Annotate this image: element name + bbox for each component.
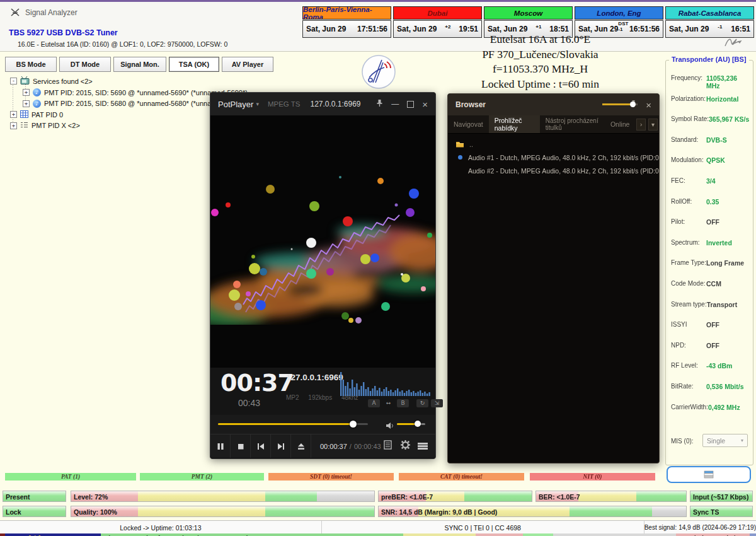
stack-button[interactable] [667,466,751,483]
volume-bar[interactable] [397,423,425,425]
pat-status-bar: PAT (1) [5,473,136,481]
field-value: Horizontal [706,95,738,103]
codec: MP2 [286,394,299,401]
expand-icon[interactable]: + [10,111,17,118]
chevron-down-icon[interactable]: ▾ [648,119,658,131]
fullscreen-button[interactable]: ⇲ [431,399,443,407]
clock-offset: +1 [536,24,541,30]
stop-button[interactable] [231,434,251,458]
strip-segment [523,533,553,536]
browser-tabs: Navigovat Prohlížeč nabídky Nástroj proc… [448,115,659,134]
field-label: RF Level: [671,362,706,369]
menu-hamburger-icon[interactable] [418,442,428,450]
browser-titlebar[interactable]: Browser × [448,94,659,115]
loop-button[interactable]: ↻ [416,399,428,407]
playlist-icon[interactable] [384,440,392,452]
time-total: 00:00:43 [354,443,381,450]
arrow-right-icon[interactable]: › [636,119,646,131]
clock-time: 17:51:56 [357,25,387,33]
clock-offset: +2 [445,24,450,30]
field-value: OFF [706,218,719,226]
time-current: 00:00:37 [320,443,347,450]
video-area[interactable] [210,115,435,368]
uptime-status: Locked -> Uptime: 01:03:13 [0,521,321,534]
field-value: Inverted [706,239,732,247]
collapse-icon[interactable]: - [10,78,17,84]
tab-tsa[interactable]: TSA (OK) [169,57,219,72]
expand-icon[interactable]: + [23,100,30,107]
volume-knob[interactable] [415,421,421,427]
transponder-title: Transponder (AU) [BS] [669,55,749,63]
sync-ts-bar: Sync TS [690,506,753,517]
field-value: 11053,236 MHz [706,74,752,90]
tab-dt-mode[interactable]: DT Mode [59,57,111,72]
transponder-panel: Transponder (AU) [BS] Frequency:11053,23… [665,60,753,465]
clock-offset: DST -1 [618,21,629,32]
pin-icon[interactable] [376,98,383,110]
expand-icon[interactable]: + [23,89,30,96]
strip-quality: Q: 100% [614,533,676,536]
speaker-icon [386,421,394,432]
field-label: Symbol Rate: [671,115,709,122]
tuner-name: TBS 5927 USB DVB-S2 Tuner [9,28,118,37]
annotation-line: Locked Uptime : t=60 min [435,77,646,92]
folder-icon [455,141,464,148]
potplayer-menu[interactable]: PotPlayer [218,100,253,109]
player-info-panel: 00:37 00:43 127.0.0.1:6969 MP2 192kbps 4… [210,368,435,415]
clock-time: 16:51 [731,25,750,33]
tree-item-label: PMT PID X <2> [32,122,80,129]
field-label: Code Mode: [671,280,706,287]
parent-dir-row[interactable]: .. [448,137,659,151]
tab-navigate[interactable]: Navigovat [448,115,489,133]
mis-value: Single [707,437,725,445]
ab-repeat-controls: A ↔ B ↻ ⇲ [368,399,443,407]
repeat-b-button[interactable]: B [397,399,409,407]
minimize-icon[interactable]: — [391,100,399,108]
tab-bs-mode[interactable]: BS Mode [5,57,57,72]
tab-subtitle-browser[interactable]: Nástroj procházení titulků [540,115,605,133]
tab-online[interactable]: Online [605,115,635,133]
tree-item-services[interactable]: - Services found <2> [10,76,413,86]
field-label: Spectrum: [671,239,706,246]
audio-track-label: Audio #1 - Dutch, MPEG Audio, 48.0 kHz, … [468,154,659,161]
expand-icon[interactable]: + [10,122,17,129]
browser-window: Browser × Navigovat Prohlížeč nabídky Ná… [447,93,660,463]
settings-gear-icon[interactable] [401,440,410,452]
close-icon[interactable]: × [422,99,428,110]
strip-bitrate: BitRate: ~517 Kbps for 517 Kbps? | Outpu… [101,533,403,536]
field-value: 0,536 Mbit/s [706,383,744,390]
elapsed-time: 00:37 [220,369,294,397]
annotation-line: Eutelsat 16A at 16.0°E [435,32,646,47]
slider-knob[interactable] [630,102,636,107]
opacity-slider[interactable] [602,103,638,105]
dxsatcs-logo: DXSATCS.COM [357,55,401,97]
chevron-down-icon: ▾ [256,101,259,107]
audio-track-row[interactable]: Audio #2 - Dutch, MPEG Audio, 48.0 kHz, … [448,164,659,177]
previous-button[interactable] [251,434,271,458]
tab-menu-browser[interactable]: Prohlížeč nabídky [489,115,540,133]
strip-segment [476,533,523,536]
seek-bar[interactable] [218,423,368,425]
audio-track-row[interactable]: Audio #1 - Dutch, MPEG Audio, 48.0 kHz, … [448,151,659,164]
tab-av-player[interactable]: AV Player [222,57,273,72]
mis-dropdown[interactable]: Single ▾ [702,434,748,447]
repeat-a-button[interactable]: A [368,399,380,407]
audio-service-icon: ♪ [33,88,41,96]
field-value: -43 dBm [706,362,732,370]
pause-button[interactable] [210,434,231,458]
seek-knob[interactable] [350,421,357,428]
tab-signal-mon[interactable]: Signal Mon. [113,57,166,72]
quality-bar: Quality: 100% [71,506,375,517]
annotation-block: Eutelsat 16A at 16.0°E PF 370_Lučenec/Sl… [435,32,646,91]
maximize-icon[interactable] [407,101,414,108]
field-value: CCM [706,280,721,288]
eject-button[interactable] [291,434,311,458]
next-button[interactable] [271,434,291,458]
close-icon[interactable]: × [646,100,651,110]
tuner-details: 16.0E - Eutelsat 16A (ID: 0160) @ LOF1: … [18,40,227,48]
potplayer-titlebar[interactable]: PotPlayer ▾ MPEG TS 127.0.0.1:6969 — × [210,93,435,115]
clock-city: Berlin-Paris-Vienna-Roma [302,6,391,20]
level-bar: Level: 72% [71,491,375,502]
signature-icon [723,36,745,51]
app-icon [10,8,21,20]
